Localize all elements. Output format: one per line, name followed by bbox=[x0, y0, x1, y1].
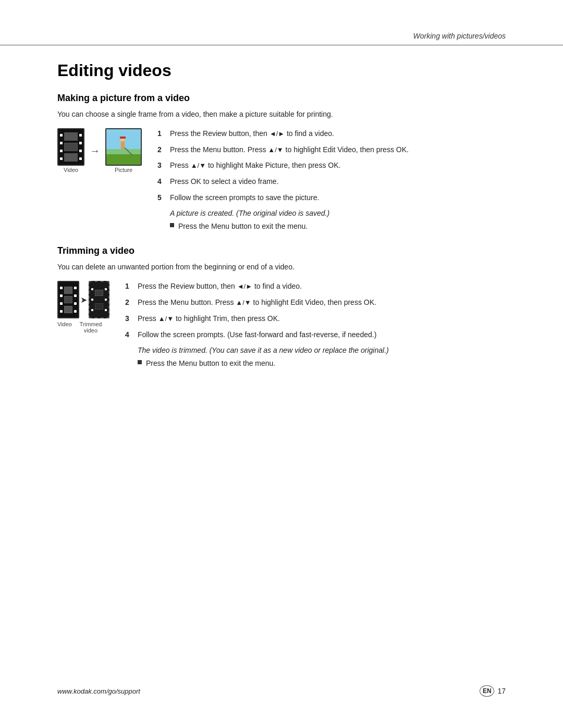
frame bbox=[64, 296, 72, 303]
golf-scene-image bbox=[106, 129, 141, 165]
step-item: 1 Press the Review button, then ◄/► to f… bbox=[157, 128, 506, 140]
hole bbox=[60, 302, 63, 305]
step-item: 2 Press the Menu button. Press ▲/▼ to hi… bbox=[125, 297, 506, 309]
footer-url: www.kodak.com/go/support bbox=[57, 687, 140, 695]
step-number: 4 bbox=[125, 329, 134, 341]
ud-arrow-icon: ▲/▼ bbox=[268, 146, 283, 154]
film-hole bbox=[60, 157, 63, 160]
film-frame bbox=[64, 132, 78, 141]
frame bbox=[64, 287, 72, 294]
step-item: 4 Press OK to select a video frame. bbox=[157, 176, 506, 188]
page-number: 17 bbox=[497, 687, 506, 695]
trim-illustration: ➤ bbox=[57, 281, 109, 334]
header-subtitle: Working with pictures/videos bbox=[413, 32, 506, 40]
step-item: 1 Press the Review button, then ◄/► to f… bbox=[125, 281, 506, 292]
page-header: Working with pictures/videos bbox=[0, 0, 563, 45]
footer-page-number: EN 17 bbox=[480, 685, 506, 697]
step-number: 2 bbox=[125, 297, 134, 309]
section1-bullet-note: Press the Menu button to exit the menu. bbox=[170, 221, 506, 232]
hole bbox=[60, 294, 63, 297]
film-hole bbox=[79, 134, 82, 137]
lr-arrow-icon: ◄/► bbox=[270, 130, 285, 138]
hole bbox=[74, 302, 77, 305]
step-text: Follow the screen prompts to save the pi… bbox=[170, 192, 506, 204]
section1-steps-list: 1 Press the Review button, then ◄/► to f… bbox=[157, 128, 506, 203]
arrow-icon: → bbox=[90, 145, 100, 157]
section2-bullet-note: Press the Menu button to exit the menu. bbox=[138, 358, 506, 369]
holes-left bbox=[60, 284, 63, 315]
film-strip-illustration: Video → bbox=[57, 128, 142, 173]
section1-steps: 1 Press the Review button, then ◄/► to f… bbox=[157, 128, 506, 234]
section1-intro: You can choose a single frame from a vid… bbox=[57, 109, 506, 120]
hole bbox=[91, 288, 93, 290]
ud-arrow-icon: ▲/▼ bbox=[158, 315, 174, 323]
hole bbox=[91, 299, 93, 301]
picture-label: Picture bbox=[115, 167, 132, 173]
section1-image: Video → bbox=[57, 128, 142, 176]
video-label: Video bbox=[57, 321, 72, 334]
video-film-strip bbox=[57, 128, 84, 166]
film-holes-right bbox=[79, 131, 82, 163]
section2-steps-list: 1 Press the Review button, then ◄/► to f… bbox=[125, 281, 506, 340]
step-item: 2 Press the Menu button. Press ▲/▼ to hi… bbox=[157, 144, 506, 156]
film-hole bbox=[60, 150, 63, 152]
bullet-icon bbox=[170, 223, 174, 227]
step-text: Press the Menu button. Press ▲/▼ to high… bbox=[138, 297, 506, 309]
bullet-icon bbox=[138, 360, 142, 364]
step-number: 1 bbox=[125, 281, 134, 292]
step-text: Press the Menu button. Press ▲/▼ to high… bbox=[170, 144, 506, 156]
step-text: Press OK to select a video frame. bbox=[170, 176, 506, 188]
hole bbox=[74, 294, 77, 297]
section2-image: ➤ bbox=[57, 281, 109, 337]
hole bbox=[60, 287, 63, 289]
film-hole bbox=[79, 142, 82, 144]
frame bbox=[95, 303, 103, 310]
picture-frame bbox=[105, 128, 142, 166]
trim-labels: Video Trimmed video bbox=[57, 320, 109, 334]
trim-arrow-icon: ➤ bbox=[79, 295, 88, 305]
film-hole bbox=[60, 142, 63, 144]
hole bbox=[74, 287, 77, 289]
film-frames bbox=[95, 286, 103, 313]
section2-intro: You can delete an unwanted portion from … bbox=[57, 262, 506, 273]
svg-rect-6 bbox=[120, 137, 126, 139]
section1-body: Video → bbox=[57, 128, 506, 234]
holes-right bbox=[105, 284, 107, 315]
hole bbox=[105, 309, 107, 311]
ud-arrow-icon: ▲/▼ bbox=[236, 299, 251, 306]
hole bbox=[60, 310, 63, 313]
page-footer: www.kodak.com/go/support EN 17 bbox=[57, 685, 506, 697]
video-label: Video bbox=[64, 167, 78, 173]
lr-arrow-icon: ◄/► bbox=[237, 282, 252, 290]
step-item: 5 Follow the screen prompts to save the … bbox=[157, 192, 506, 204]
step-number: 4 bbox=[157, 176, 167, 188]
step-text: Press ▲/▼ to highlight Make Picture, the… bbox=[170, 160, 506, 171]
film-right bbox=[89, 281, 109, 318]
page: Working with pictures/videos Editing vid… bbox=[0, 0, 563, 728]
section1-italic-note: A picture is created. (The original vide… bbox=[170, 208, 506, 219]
section2-italic-note: The video is trimmed. (You can save it a… bbox=[138, 345, 506, 356]
holes-right bbox=[74, 284, 77, 315]
step-number: 2 bbox=[157, 144, 167, 156]
step-number: 3 bbox=[125, 313, 134, 325]
step-item: 4 Follow the screen prompts. (Use fast-f… bbox=[125, 329, 506, 341]
ud-arrow-icon: ▲/▼ bbox=[191, 162, 206, 169]
chapter-title: Editing videos bbox=[57, 61, 506, 80]
hole bbox=[105, 288, 107, 290]
film-frame bbox=[64, 153, 78, 162]
bullet-text: Press the Menu button to exit the menu. bbox=[178, 221, 308, 232]
step-number: 3 bbox=[157, 160, 167, 171]
film-frame bbox=[64, 143, 78, 151]
film-hole bbox=[79, 150, 82, 152]
trim-film-group: ➤ bbox=[57, 281, 109, 318]
section2-body: ➤ bbox=[57, 281, 506, 371]
film-holes-left bbox=[60, 131, 63, 163]
film-hole bbox=[79, 157, 82, 160]
step-number: 5 bbox=[157, 192, 167, 204]
frame bbox=[95, 290, 103, 296]
hole bbox=[105, 299, 107, 301]
step-number: 1 bbox=[157, 128, 167, 140]
film-hole bbox=[60, 134, 63, 137]
section1-heading: Making a picture from a video bbox=[57, 93, 506, 104]
film-content bbox=[64, 131, 78, 163]
